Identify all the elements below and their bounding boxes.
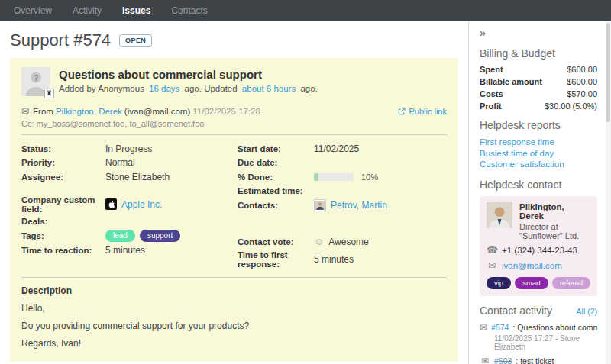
field-contact-vote: Contact vote: ☺ Awesome xyxy=(238,236,447,248)
nav-tab-contacts[interactable]: Contacts xyxy=(171,5,207,16)
tag-lead[interactable]: lead xyxy=(105,230,135,242)
contact-tag-referral[interactable]: referral xyxy=(552,277,590,289)
field-tags: Tags: lead support xyxy=(21,230,238,242)
description-paragraph: Do you providing commercial support for … xyxy=(21,321,447,331)
from-label: From xyxy=(33,107,53,116)
contact-email-row: ✉ ivan@mail.com xyxy=(487,260,590,271)
field-contacts: Contacts: Petrov, Martin xyxy=(238,199,447,211)
field-deals: Deals: xyxy=(21,216,238,228)
svg-text:?: ? xyxy=(34,73,39,82)
divider xyxy=(21,134,447,135)
status-badge: OPEN xyxy=(119,34,152,47)
envelope-icon: ✉ xyxy=(480,322,487,333)
scrollbar-thumb[interactable] xyxy=(606,23,610,122)
updated-ago-link[interactable]: about 6 hours xyxy=(242,84,296,93)
contact-avatar xyxy=(314,199,326,211)
divider xyxy=(21,277,447,278)
byline-suffix: ago. xyxy=(300,84,317,93)
from-datetime: 11/02/2025 17:28 xyxy=(192,107,260,116)
billing-row-costs: Costs $570.00 xyxy=(480,89,597,98)
anonymous-badge-icon: ♜ xyxy=(44,89,54,98)
field-time-to-first-response: Time to first response: 5 minutes xyxy=(238,250,447,269)
activity-meta: 11/02/2025 17:27 - Stone Elizabeth xyxy=(494,334,597,351)
field-estimated-time: Estimated time: xyxy=(238,185,447,198)
description-section: Description Hello, Do you providing comm… xyxy=(21,285,447,349)
ticket-byline: Added by Anonymous 16 days ago. Updated … xyxy=(59,84,318,93)
billing-row-spent: Spent $600.00 xyxy=(480,65,597,74)
page-title: Support #574 xyxy=(10,31,111,50)
report-link-first-response[interactable]: First response time xyxy=(480,137,597,148)
assignee-link[interactable]: Stone Elizabeth xyxy=(105,172,170,182)
billing-row-profit: Profit $30.00 (5.0%) xyxy=(480,101,597,111)
contact-tag-smart[interactable]: smart xyxy=(515,277,548,289)
field-company: Company custom field: Apple Inc. xyxy=(21,195,238,214)
contact-role: Director at "Sunflower" Ltd. xyxy=(519,222,590,240)
apple-logo-icon xyxy=(105,198,117,210)
created-ago-link[interactable]: 16 days xyxy=(149,84,179,93)
company-link[interactable]: Apple Inc. xyxy=(121,199,162,210)
contact-name: Pilkington, Derek xyxy=(519,202,590,221)
from-contact-link[interactable]: Pilkington, Derek xyxy=(56,107,122,116)
helpdesk-contact-avatar xyxy=(487,202,512,228)
top-navbar: Overview Activity Issues Contacts xyxy=(0,0,611,21)
contact-activity-title: Contact activity xyxy=(480,304,552,317)
smiley-icon: ☺ xyxy=(314,236,324,247)
ticket-fields: Status: In Progress Priority: Normal Ass… xyxy=(21,143,447,271)
ticket-card: ? ♜ Questions about commercial support A… xyxy=(10,58,458,362)
byline-middle: ago. Updated xyxy=(185,84,238,93)
public-link[interactable]: Public link xyxy=(398,107,447,116)
field-percent-done: % Done: 10% xyxy=(238,171,447,183)
field-priority: Priority: Normal xyxy=(21,157,238,169)
envelope-icon: ✉ xyxy=(21,106,29,117)
activity-item: ✉ #603 : test ticket 27/02/2025 11:12 - … xyxy=(480,356,597,364)
cc-line: Cc: my_boss@somenet.foo, to_all@somenet.… xyxy=(21,119,447,128)
field-status: Status: In Progress xyxy=(21,143,238,155)
description-title: Description xyxy=(21,285,447,296)
helpdesk-contact-card: Pilkington, Derek Director at "Sunflower… xyxy=(480,196,597,296)
envelope-icon: ✉ xyxy=(487,260,497,271)
main-panel: Support #574 OPEN ? ♜ Questions about co… xyxy=(0,21,468,364)
envelope-icon: ✉ xyxy=(480,356,490,364)
external-link-icon xyxy=(398,108,406,115)
percent-done-progressbar xyxy=(314,173,354,181)
activity-ticket-link[interactable]: #574 xyxy=(491,323,509,332)
field-start-date: Start date: 11/02/2025 xyxy=(238,143,447,155)
report-link-satisfaction[interactable]: Customer satisfaction xyxy=(480,159,597,170)
ticket-subject: Questions about commercial support xyxy=(59,68,318,81)
contact-link[interactable]: Petrov, Martin xyxy=(331,200,387,211)
nav-tab-issues[interactable]: Issues xyxy=(122,5,150,16)
sidebar-scrollbar[interactable] xyxy=(606,21,611,364)
report-link-busiest-time[interactable]: Busiest time of day xyxy=(480,148,597,159)
description-paragraph: Regards, Ivan! xyxy=(21,338,447,349)
anonymous-avatar: ? ♜ xyxy=(21,67,50,96)
contact-phone-row: ☎ +1 (324) 344-23-43 xyxy=(487,245,590,256)
right-sidebar: » Billing & Budget Spent $600.00 Billabl… xyxy=(468,21,611,364)
collapse-sidebar-icon[interactable]: » xyxy=(480,27,492,39)
nav-tab-activity[interactable]: Activity xyxy=(73,5,102,16)
from-row: ✉ From Pilkington, Derek (ivan@mail.com)… xyxy=(21,106,447,117)
billing-row-billable: Billable amount $600.00 xyxy=(480,77,597,86)
reports-title: Helpdesk reports xyxy=(480,119,597,131)
contact-tag-vip[interactable]: vip xyxy=(487,277,511,289)
from-email: (ivan@mail.com) xyxy=(124,107,190,116)
page-header: Support #574 OPEN xyxy=(10,31,458,50)
contact-email-link[interactable]: ivan@mail.com xyxy=(502,261,562,270)
field-due-date: Due date: xyxy=(238,157,447,169)
field-assignee: Assignee: Stone Elizabeth xyxy=(21,171,238,183)
helpdesk-contact-title: Helpdesk contact xyxy=(480,179,597,191)
contact-phone: +1 (324) 344-23-43 xyxy=(502,246,577,255)
field-time-to-reaction: Time to reaction: 5 minutes xyxy=(21,244,238,256)
activity-ticket-link[interactable]: #603 xyxy=(494,356,512,364)
tag-support[interactable]: support xyxy=(140,230,180,242)
description-paragraph: Hello, xyxy=(21,303,447,314)
nav-tab-overview[interactable]: Overview xyxy=(14,5,52,16)
billing-title: Billing & Budget xyxy=(480,47,597,60)
activity-all-link[interactable]: All (2) xyxy=(577,307,597,316)
byline-prefix: Added by Anonymous xyxy=(59,84,144,93)
phone-icon: ☎ xyxy=(487,245,497,256)
activity-item: ✉ #574 : Questions about commercial supp… xyxy=(480,322,597,351)
